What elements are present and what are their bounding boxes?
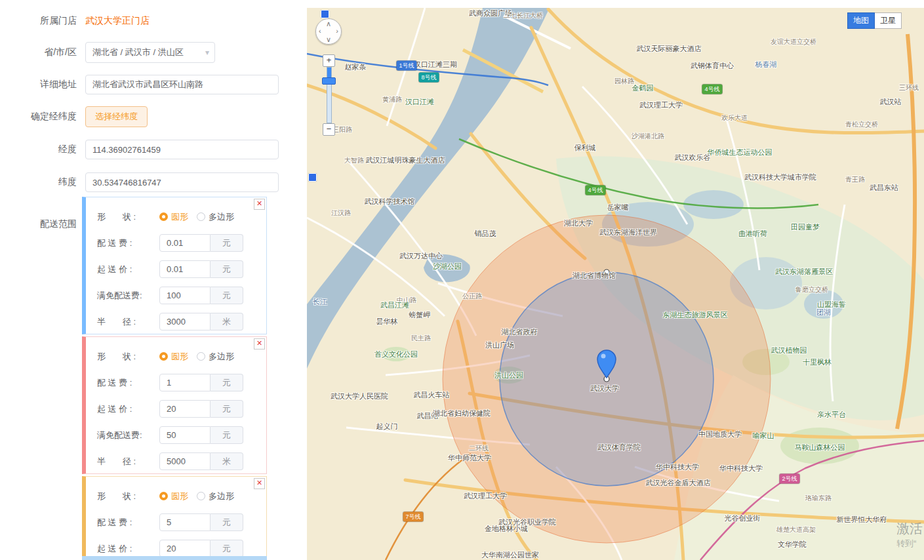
radio-circle-label: 圆形 (171, 211, 188, 223)
map-label: 田园童梦 (791, 222, 820, 232)
map-label: 武汉科技大学城市学院 (744, 172, 816, 182)
zoom-track[interactable] (327, 67, 332, 123)
map-label: 十里枫林 (803, 357, 832, 367)
map-label: 沙湖港北路 (632, 132, 664, 141)
map-label: 保利城 (574, 143, 596, 153)
radio-selected-icon (159, 492, 168, 500)
free-threshold-input[interactable]: 50 (159, 426, 211, 444)
remove-range-button[interactable]: ✕ (254, 338, 265, 350)
min-order-input[interactable]: 20 (159, 540, 211, 557)
radius-label: 半 径 : (97, 316, 159, 328)
delivery-fee-input[interactable]: 0.01 (159, 234, 211, 252)
shape-row: 形 状 : 圆形 多边形 (97, 487, 266, 505)
metro-line-badge: 8号线 (418, 73, 439, 83)
map-label: 金鹤园 (632, 83, 654, 93)
delivery-fee-row: 配 送 费 : 1 元 (97, 374, 266, 391)
map-label: 亲水平台 (817, 410, 846, 420)
shape-radio-circle[interactable]: 圆形 (159, 211, 188, 223)
pan-right-icon[interactable]: › (336, 28, 338, 34)
map-label: 大华南湖公园世家 (481, 550, 539, 560)
pan-left-icon[interactable]: ‹ (319, 28, 321, 34)
min-order-input[interactable]: 20 (159, 400, 211, 418)
radio-selected-icon (159, 352, 168, 361)
store-link[interactable]: 武汉大学正门店 (85, 15, 150, 27)
map-label: 民主路 (411, 334, 431, 343)
map-mode-button[interactable]: 地图 (847, 12, 875, 29)
latitude-input[interactable]: 30.534746816747 (85, 172, 279, 192)
radio-polygon-label: 多边形 (209, 490, 234, 502)
map-label: 武汉东湖落雁景区 (775, 267, 833, 277)
pan-control[interactable]: ∧ ∨ ‹ › (315, 18, 342, 45)
map-label: 武汉东湖海洋世界 (599, 228, 657, 237)
map-label: 光谷创业街 (725, 513, 761, 523)
pan-down-icon[interactable]: ∨ (326, 36, 331, 43)
map-label: 金地格林小城 (485, 524, 528, 534)
map-label: 湖北省政府 (502, 327, 538, 337)
map-label: 湖北省妇幼保健院 (433, 409, 491, 418)
map-label: 武昌江滩 (380, 300, 409, 310)
map-label: 武商众圆广场 (469, 9, 512, 18)
region-select[interactable]: 湖北省 / 武汉市 / 洪山区 ▾ (85, 42, 215, 63)
pick-coordinates-button[interactable]: 选择经纬度 (85, 106, 148, 127)
shape-radio-circle[interactable]: 圆形 (159, 490, 188, 502)
min-order-input[interactable]: 0.01 (159, 260, 211, 278)
map-label: 华中师范大学 (448, 453, 491, 463)
map-label: 二环线 (469, 444, 489, 453)
map-label: 汉口江滩 (405, 97, 434, 107)
delivery-fee-input[interactable]: 1 (159, 374, 211, 391)
map-label: 洪山公园 (494, 370, 523, 380)
map-label: 武汉天际丽豪大酒店 (637, 44, 702, 54)
map-label: 洪山广场 (485, 340, 514, 350)
metro-station-icon (321, 10, 329, 18)
pan-up-icon[interactable]: ∧ (326, 20, 331, 27)
map-label: 武汉大学人民医院 (331, 391, 388, 401)
close-icon: ✕ (256, 199, 262, 207)
zoom-in-button[interactable]: + (323, 54, 335, 67)
longitude-input[interactable]: 114.36902761459 (85, 140, 279, 159)
shape-radio-polygon[interactable]: 多边形 (197, 351, 234, 363)
map-label: 武汉万达中心 (399, 251, 443, 261)
min-order-row: 起 送 价 : 20 元 (97, 400, 266, 418)
map-label: 东湖生态旅游风景区 (663, 310, 728, 320)
map-label: 山盟海誓 (817, 300, 846, 310)
shape-radio-polygon[interactable]: 多边形 (197, 490, 234, 502)
metro-line-badge: 1号线 (396, 61, 416, 71)
satellite-mode-button[interactable]: 卫星 (875, 12, 902, 29)
shape-radio-circle[interactable]: 圆形 (159, 351, 188, 363)
map-label: 武汉光谷职业学院 (498, 517, 556, 527)
radius-input[interactable]: 5000 (159, 452, 211, 470)
remove-range-button[interactable]: ✕ (254, 478, 265, 489)
unit-suffix: 元 (211, 513, 243, 531)
free-threshold-label: 满免配送费: (97, 430, 159, 441)
map-label: 喻家山 (753, 431, 774, 441)
zoom-out-button[interactable]: − (323, 123, 335, 136)
map-label: 湖北大学 (564, 218, 593, 228)
address-input[interactable]: 湖北省武汉市武昌区环山南路 (85, 75, 279, 94)
coords-row: 确定经纬度 选择经纬度 (0, 107, 148, 127)
min-order-row: 起 送 价 : 0.01 元 (97, 260, 266, 278)
map-label: 大智路 (344, 156, 364, 165)
free-threshold-input[interactable]: 100 (159, 287, 211, 304)
zoom-slider-handle[interactable] (322, 77, 336, 85)
map-label: 螃蟹岬 (409, 310, 431, 320)
delivery-range-label: 配送范围 (0, 218, 85, 230)
map-viewport[interactable]: 武商众圆广场二七长江大桥汉口江滩三期赵家条黄浦路汉口江滩武汉天际丽豪大酒店友谊大… (307, 8, 924, 560)
free-threshold-row: 满免配送费: 50 元 (97, 426, 266, 444)
radius-input[interactable]: 3000 (159, 313, 211, 330)
delivery-fee-input[interactable]: 5 (159, 513, 211, 531)
map-label: 曲港听荷 (738, 229, 767, 239)
unit-suffix: 元 (211, 234, 243, 252)
map-label: 武汉体育学院 (597, 443, 641, 452)
map-label: 华中科技大学 (656, 462, 699, 472)
shape-radio-polygon[interactable]: 多边形 (197, 211, 234, 223)
min-order-label: 起 送 价 : (97, 264, 159, 275)
unit-suffix: 元 (211, 426, 243, 444)
metro-line-badge: 4号线 (585, 186, 605, 195)
close-icon: ✕ (256, 479, 262, 487)
delivery-range-card-3: ✕ 形 状 : 圆形 多边形 配 送 费 : 5 元 起 送 价 : 20 (82, 476, 267, 560)
unit-suffix: 元 (211, 260, 243, 278)
longitude-row: 经度 114.36902761459 (0, 140, 279, 159)
remove-range-button[interactable]: ✕ (254, 199, 265, 210)
region-row: 省/市/区 湖北省 / 武汉市 / 洪山区 ▾ (0, 42, 215, 63)
radio-selected-icon (159, 212, 168, 221)
